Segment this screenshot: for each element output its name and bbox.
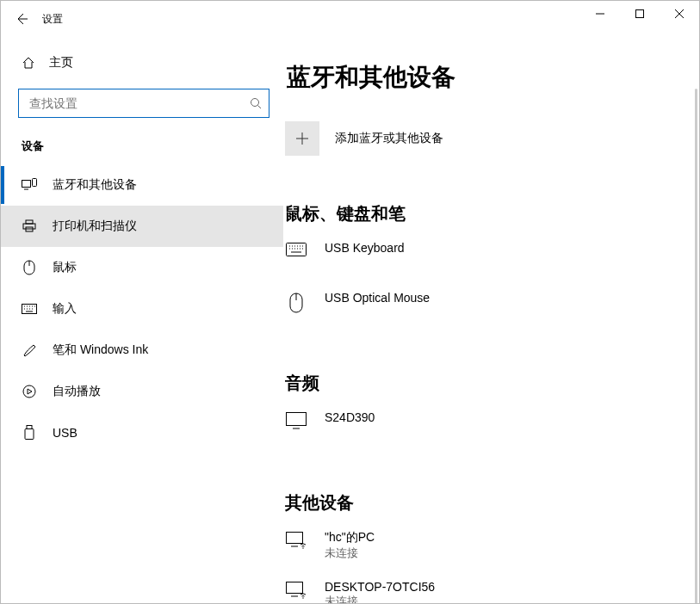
device-status: 未连接	[325, 594, 435, 603]
back-button[interactable]	[1, 1, 42, 37]
home-icon	[22, 56, 35, 70]
search-icon	[250, 97, 262, 109]
device-status: 未连接	[325, 545, 375, 561]
svg-rect-3	[33, 179, 37, 187]
settings-window: 设置 主页	[0, 0, 700, 604]
plus-icon	[295, 132, 309, 145]
search-box[interactable]	[18, 89, 269, 118]
nav-usb[interactable]: USB	[1, 412, 283, 453]
svg-rect-0	[636, 10, 644, 18]
nav-printers[interactable]: 打印机和扫描仪	[1, 206, 283, 247]
titlebar: 设置	[1, 1, 699, 37]
scrollbar[interactable]	[695, 89, 697, 603]
device-row[interactable]: S24D390	[285, 410, 691, 445]
device-row[interactable]: USB Keyboard	[285, 241, 691, 275]
page-title: 蓝牙和其他设备	[285, 61, 691, 94]
svg-rect-11	[25, 429, 34, 440]
nav-typing[interactable]: 输入	[1, 288, 283, 330]
add-device-label: 添加蓝牙或其他设备	[335, 131, 443, 146]
maximize-button[interactable]	[620, 1, 660, 27]
keyboard-icon	[285, 241, 307, 256]
svg-rect-17	[287, 582, 303, 594]
add-device-row[interactable]: 添加蓝牙或其他设备	[285, 121, 691, 156]
svg-point-1	[251, 99, 259, 107]
device-name: USB Keyboard	[325, 241, 405, 255]
pen-icon	[22, 343, 37, 357]
device-row[interactable]: "hc"的PC 未连接	[285, 530, 691, 564]
svg-rect-4	[26, 220, 33, 224]
svg-point-16	[302, 547, 303, 548]
sidebar: 主页 设备 蓝牙和其他设备	[1, 37, 283, 603]
pc-wireless-icon	[285, 580, 307, 599]
devices-icon	[22, 178, 37, 192]
nav-autoplay[interactable]: 自动播放	[1, 371, 283, 412]
search-input[interactable]	[29, 96, 250, 110]
nav-bluetooth-devices[interactable]: 蓝牙和其他设备	[1, 164, 283, 206]
nav-label: 笔和 Windows Ink	[53, 342, 148, 358]
svg-rect-15	[287, 533, 303, 544]
usb-icon	[22, 425, 37, 441]
device-name: USB Optical Mouse	[325, 291, 430, 305]
nav-mouse[interactable]: 鼠标	[1, 247, 283, 288]
pc-wireless-icon	[285, 530, 307, 549]
nav-label: 自动播放	[53, 384, 101, 399]
svg-rect-2	[22, 181, 31, 188]
home-label: 主页	[49, 55, 73, 71]
close-button[interactable]	[660, 1, 699, 27]
device-name: S24D390	[325, 410, 375, 424]
device-name: DESKTOP-7OTCI56	[325, 580, 435, 594]
svg-rect-5	[23, 224, 35, 229]
home-link[interactable]: 主页	[1, 46, 283, 80]
content-area: 蓝牙和其他设备 添加蓝牙或其他设备 鼠标、键盘和笔 USB Keyboard	[283, 37, 699, 603]
autoplay-icon	[22, 385, 37, 398]
device-row[interactable]: DESKTOP-7OTCI56 未连接	[285, 580, 691, 603]
window-title: 设置	[42, 12, 63, 27]
svg-point-9	[23, 385, 35, 398]
nav-label: 打印机和扫描仪	[53, 219, 137, 234]
nav-label: 鼠标	[53, 260, 77, 275]
nav-label: 蓝牙和其他设备	[53, 177, 137, 193]
mouse-icon	[22, 260, 37, 275]
nav-label: 输入	[53, 301, 77, 317]
printer-icon	[22, 219, 37, 233]
svg-point-18	[302, 597, 303, 598]
add-device-button[interactable]	[285, 121, 319, 156]
sidebar-nav: 蓝牙和其他设备 打印机和扫描仪 鼠标	[1, 164, 283, 453]
section-input-title: 鼠标、键盘和笔	[285, 202, 691, 225]
mouse-icon	[285, 291, 307, 313]
nav-label: USB	[53, 426, 77, 440]
minimize-button[interactable]	[580, 1, 620, 27]
window-controls	[580, 1, 699, 27]
svg-rect-14	[287, 413, 307, 426]
device-row[interactable]: USB Optical Mouse	[285, 291, 691, 325]
nav-pen[interactable]: 笔和 Windows Ink	[1, 330, 283, 371]
monitor-icon	[285, 410, 307, 429]
section-audio-title: 音频	[285, 372, 691, 395]
svg-rect-12	[287, 243, 307, 256]
keyboard-icon	[22, 304, 37, 314]
svg-rect-10	[27, 426, 32, 429]
sidebar-category: 设备	[1, 118, 283, 164]
section-other-title: 其他设备	[285, 491, 691, 515]
device-name: "hc"的PC	[325, 530, 375, 545]
